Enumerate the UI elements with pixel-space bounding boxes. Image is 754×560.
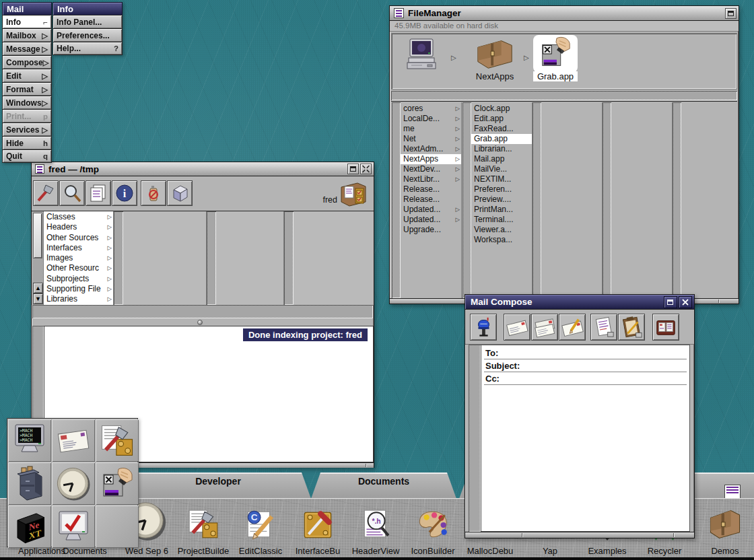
scroll-strip[interactable]	[207, 211, 216, 305]
shelf-grab-selected-tile[interactable]	[533, 35, 578, 73]
category-row[interactable]: Headers▷	[44, 222, 113, 232]
file-row[interactable]: LocalDe...▷	[401, 114, 461, 124]
tile-cabinet[interactable]	[8, 462, 51, 505]
file-row-selected[interactable]: NextApps▷	[401, 154, 461, 164]
file-row[interactable]: Upgrade...	[401, 225, 461, 235]
filemanager-shelf[interactable]: ▷ NextApps ▷	[391, 33, 737, 90]
projectbuilder-titlebar[interactable]: fred — /tmp	[32, 162, 374, 176]
miniaturize-button[interactable]	[664, 296, 677, 308]
file-row[interactable]: Mail.app	[471, 154, 532, 164]
tile-clock[interactable]	[52, 462, 95, 505]
attach-document-button[interactable]	[590, 314, 617, 341]
dock-icon-interfacebuilder[interactable]	[301, 508, 335, 541]
menu-item-message[interactable]: Message▷	[2, 42, 52, 55]
file-row[interactable]: Viewer.a...	[471, 225, 532, 235]
tab-documents[interactable]: Documents	[311, 473, 456, 499]
shelf-resize-strip[interactable]	[391, 91, 737, 100]
file-row[interactable]: Edit.app	[471, 114, 532, 124]
file-row[interactable]: Terminal....	[471, 215, 532, 225]
tile-mail[interactable]	[52, 419, 95, 462]
file-row[interactable]: Updated...▷	[401, 205, 461, 215]
category-scrollbar[interactable]: ▲ ▼	[32, 211, 44, 305]
addresses-button[interactable]	[652, 314, 679, 341]
field-subject[interactable]: Subject:	[481, 359, 689, 372]
menu-item-help[interactable]: Help...?	[53, 42, 123, 55]
build-button[interactable]	[33, 180, 59, 206]
file-row[interactable]: PrintMan...	[471, 205, 532, 215]
file-row[interactable]: Workspa...	[471, 235, 532, 245]
reply-button[interactable]	[531, 314, 558, 341]
inspector-button[interactable]: i	[112, 180, 137, 206]
file-row[interactable]: cores▷	[401, 104, 461, 114]
menu-item-mailbox[interactable]: Mailbox▷	[2, 28, 52, 42]
scroll-strip[interactable]	[533, 102, 541, 298]
clean-button[interactable]	[141, 180, 166, 206]
scroll-strip[interactable]	[114, 211, 123, 305]
resize-zoom-button[interactable]	[360, 164, 372, 174]
menu-item-services[interactable]: Services▷	[2, 123, 52, 136]
scroll-strip[interactable]	[673, 102, 681, 298]
filemanager-window[interactable]: FileManager 45.9MB available on hard dis…	[389, 5, 739, 304]
tile-preferences[interactable]	[52, 505, 95, 548]
file-row[interactable]: Release...	[401, 184, 461, 195]
deliver-button[interactable]	[470, 314, 497, 341]
shelf-nextapps-icon[interactable]	[474, 36, 516, 70]
field-cc[interactable]: Cc:	[481, 372, 689, 385]
menu-item-preferences[interactable]: Preferences...	[53, 28, 123, 42]
info-submenu-title[interactable]: Info	[53, 2, 123, 15]
tile-terminal[interactable]: >MACH >MACH >MACH	[8, 419, 51, 462]
menu-item-format[interactable]: Format▷	[2, 82, 52, 96]
mailcompose-resize-bar[interactable]	[465, 532, 694, 538]
menu-item-info-panel[interactable]: Info Panel...	[53, 15, 123, 28]
compose-left-strip[interactable]	[469, 345, 481, 532]
file-row-selected[interactable]: Grab.app	[471, 134, 532, 144]
files-button[interactable]	[85, 180, 111, 206]
close-button[interactable]	[679, 296, 692, 308]
file-row[interactable]: NextAdm...▷	[401, 144, 461, 154]
category-row[interactable]: Supporting File▷	[44, 284, 113, 294]
category-row[interactable]: Libraries▷	[44, 294, 113, 304]
scrollbar-track[interactable]	[33, 260, 42, 283]
menu-item-quit[interactable]: Quitq	[2, 149, 52, 163]
scroll-up-button[interactable]: ▲	[33, 283, 43, 293]
find-button[interactable]	[59, 180, 85, 206]
scrollbar-knob[interactable]	[33, 213, 42, 258]
mailcompose-titlebar[interactable]: Mail Compose	[465, 295, 694, 310]
menu-item-compose[interactable]: Compose▷	[2, 55, 52, 69]
file-row[interactable]: FaxRead...	[471, 124, 532, 134]
scroll-strip[interactable]	[462, 102, 471, 298]
miniaturize-button[interactable]	[725, 8, 736, 19]
message-body[interactable]	[481, 387, 689, 531]
field-to[interactable]: To:	[481, 347, 689, 359]
dock-icon-editclassic[interactable]: C	[244, 508, 277, 541]
package-button[interactable]	[167, 180, 193, 206]
file-row[interactable]: Preferen...	[471, 184, 532, 195]
menu-item-hide[interactable]: Hideh	[2, 136, 52, 149]
file-row[interactable]: me▷	[401, 124, 461, 134]
shelf-computer-icon[interactable]	[402, 38, 442, 75]
dock-icon-demos[interactable]	[706, 505, 744, 542]
mini-window-icon[interactable]	[724, 485, 741, 499]
category-row[interactable]: Classes▷	[44, 212, 113, 222]
file-row[interactable]: Release...	[401, 195, 461, 205]
file-row[interactable]: NextDev...▷	[401, 164, 461, 174]
notepad-button[interactable]	[618, 314, 645, 341]
menu-item-print[interactable]: Print...p	[2, 109, 52, 123]
dock-icon-iconbuilder[interactable]	[416, 508, 450, 541]
scroll-strip[interactable]	[284, 211, 294, 305]
file-row[interactable]: NEXTIM...	[471, 174, 532, 184]
file-row[interactable]: Preview....	[471, 195, 532, 205]
category-row[interactable]: Other Sources▷	[44, 233, 113, 243]
category-row[interactable]: Subprojects▷	[44, 274, 113, 284]
file-row[interactable]: MailVie...	[471, 164, 532, 174]
mailcompose-window[interactable]: Mail Compose	[465, 294, 695, 538]
menu-item-edit[interactable]: Edit▷	[2, 69, 52, 82]
horizontal-resize-strip[interactable]	[32, 305, 373, 318]
menu-item-windows[interactable]: Windows▷	[2, 96, 52, 109]
file-row[interactable]: Clock.app	[471, 104, 532, 114]
scroll-strip[interactable]	[603, 102, 611, 298]
file-row[interactable]: Net▷	[401, 134, 461, 144]
scroll-down-button[interactable]: ▼	[33, 293, 43, 304]
mail-menu-title[interactable]: Mail	[2, 2, 52, 15]
tile-empty[interactable]	[96, 505, 139, 548]
